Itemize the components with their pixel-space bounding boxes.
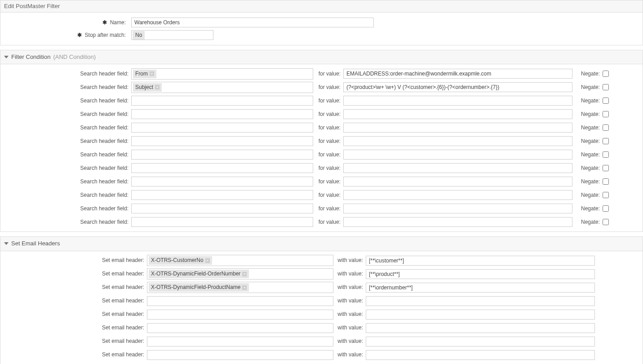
for-value-input[interactable] (343, 136, 572, 146)
search-header-field-label: Search header field: (0, 218, 129, 226)
with-value-label: with value: (336, 270, 363, 278)
negate-checkbox[interactable] (603, 124, 609, 131)
set-email-header-label: Set email header: (0, 351, 144, 359)
filter-condition-row: Search header field:for value:Negate: (0, 202, 643, 215)
negate-checkbox[interactable] (603, 138, 609, 144)
for-value-input[interactable] (343, 163, 572, 173)
search-header-field-select[interactable] (131, 123, 313, 133)
search-header-field-label: Search header field: (0, 205, 129, 213)
remove-tag-icon[interactable]: × (242, 272, 247, 276)
name-row: ✱ Name: (0, 16, 643, 29)
email-header-select[interactable] (147, 296, 333, 306)
remove-tag-icon[interactable]: × (155, 85, 160, 89)
negate-checkbox[interactable] (603, 111, 609, 117)
with-value-input[interactable] (366, 310, 595, 320)
stop-after-match-row: ✱ Stop after match: No (0, 29, 643, 41)
with-value-input[interactable] (366, 323, 595, 333)
negate-checkbox[interactable] (603, 192, 609, 198)
search-header-field-select[interactable] (131, 136, 313, 146)
for-value-input[interactable] (343, 190, 572, 200)
email-header-select[interactable]: X-OTRS-CustomerNo× (147, 255, 333, 266)
set-email-header-label: Set email header: (0, 270, 144, 278)
set-email-headers-body: Set email header:X-OTRS-CustomerNo×with … (0, 251, 643, 364)
search-header-field-select[interactable] (131, 163, 313, 173)
search-header-field-select[interactable] (131, 150, 313, 160)
email-header-select[interactable]: X-OTRS-DynamicField-OrderNumber× (147, 268, 333, 280)
stop-after-match-select[interactable]: No (131, 30, 213, 40)
negate-checkbox[interactable] (603, 219, 609, 225)
negate-checkbox[interactable] (603, 178, 609, 185)
search-header-field-select[interactable] (131, 96, 313, 106)
search-header-field-select[interactable]: Subject× (131, 82, 313, 93)
search-header-field-select[interactable] (131, 109, 313, 119)
caret-down-icon (4, 56, 9, 58)
stop-after-match-search[interactable] (146, 31, 213, 39)
for-value-input[interactable] (343, 204, 572, 213)
set-email-headers-title: Set Email Headers (11, 240, 60, 248)
search-header-field-select[interactable]: From× (131, 68, 313, 80)
email-header-select[interactable] (147, 337, 333, 346)
filter-condition-header[interactable]: Filter Condition (AND Condition) (0, 50, 643, 64)
email-header-select[interactable] (147, 323, 333, 333)
negate-label: Negate: (575, 124, 600, 132)
filter-condition-row: Search header field:From×for value:Negat… (0, 67, 643, 80)
search-header-field-select[interactable] (131, 217, 313, 227)
for-value-label: for value: (316, 97, 341, 105)
filter-condition-row: Search header field:for value:Negate: (0, 161, 643, 175)
for-value-input[interactable] (343, 96, 572, 106)
negate-label: Negate: (575, 218, 600, 226)
for-value-input[interactable] (343, 109, 572, 119)
negate-checkbox[interactable] (603, 71, 609, 77)
selected-email-header-tag: X-OTRS-DynamicField-ProductName× (149, 283, 249, 292)
with-value-input[interactable] (366, 283, 595, 293)
negate-checkbox[interactable] (603, 151, 609, 158)
with-value-input[interactable] (366, 296, 595, 306)
with-value-input[interactable] (366, 350, 595, 360)
filter-condition-note: (AND Condition) (53, 53, 96, 61)
for-value-input[interactable] (343, 217, 572, 227)
filter-condition-row: Search header field:for value:Negate: (0, 121, 643, 134)
for-value-label: for value: (316, 191, 341, 199)
filter-condition-row: Search header field:Subject×for value:Ne… (0, 80, 643, 94)
set-email-headers-header[interactable]: Set Email Headers (0, 236, 643, 251)
for-value-input[interactable] (343, 69, 572, 79)
email-header-select[interactable]: X-OTRS-DynamicField-ProductName× (147, 282, 333, 293)
negate-checkbox[interactable] (603, 84, 609, 90)
for-value-label: for value: (316, 205, 341, 213)
email-header-select[interactable] (147, 310, 333, 320)
set-email-header-label: Set email header: (0, 324, 144, 332)
with-value-label: with value: (336, 351, 363, 359)
search-header-field-select[interactable] (131, 190, 313, 200)
filter-condition-row: Search header field:for value:Negate: (0, 134, 643, 148)
for-value-label: for value: (316, 124, 341, 132)
for-value-label: for value: (316, 111, 341, 118)
search-header-field-select[interactable] (131, 177, 313, 186)
negate-checkbox[interactable] (603, 98, 609, 104)
negate-checkbox[interactable] (603, 165, 609, 171)
email-header-row: Set email header:X-OTRS-DynamicField-Pro… (0, 281, 643, 294)
name-input[interactable] (131, 18, 374, 27)
search-header-field-label: Search header field: (0, 97, 129, 105)
email-header-row: Set email header:with value: (0, 335, 643, 348)
with-value-label: with value: (336, 324, 363, 332)
remove-tag-icon[interactable]: × (242, 285, 247, 290)
search-header-field-select[interactable] (131, 204, 313, 213)
stop-after-match-label: Stop after match: (85, 32, 126, 38)
with-value-label: with value: (336, 311, 363, 318)
for-value-input[interactable] (343, 123, 572, 133)
for-value-input[interactable] (343, 150, 572, 160)
for-value-label: for value: (316, 138, 341, 145)
search-header-field-label: Search header field: (0, 84, 129, 91)
filter-condition-row: Search header field:for value:Negate: (0, 215, 643, 229)
remove-tag-icon[interactable]: × (205, 258, 210, 263)
search-header-field-label: Search header field: (0, 70, 129, 78)
with-value-input[interactable] (366, 256, 595, 266)
for-value-label: for value: (316, 218, 341, 226)
for-value-input[interactable] (343, 82, 572, 92)
negate-checkbox[interactable] (603, 205, 609, 212)
with-value-input[interactable] (366, 269, 595, 279)
with-value-input[interactable] (366, 337, 595, 346)
for-value-input[interactable] (343, 177, 572, 186)
remove-tag-icon[interactable]: × (150, 71, 154, 76)
email-header-select[interactable] (147, 350, 333, 360)
